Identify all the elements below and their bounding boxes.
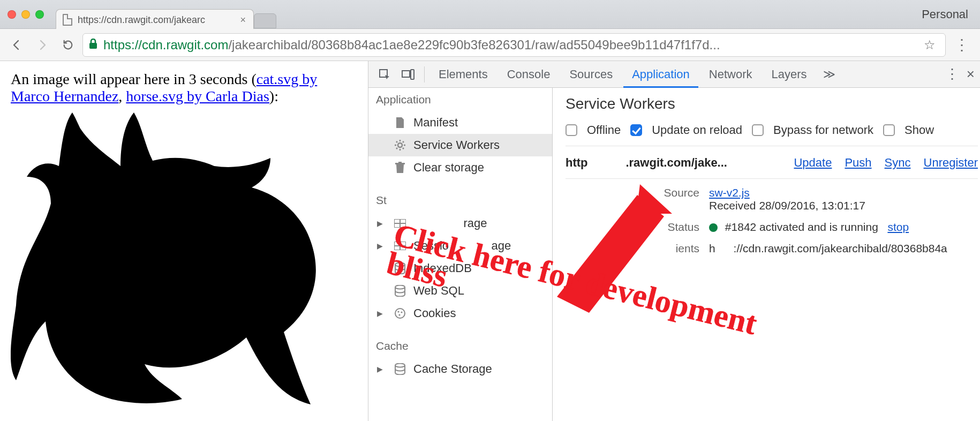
application-sidebar: Application Manifest Service Workers [368,88,553,421]
sidebar-item-manifest[interactable]: Manifest [368,111,552,134]
inspect-element-icon[interactable] [374,64,395,85]
separator [424,66,425,82]
tab-application[interactable]: Application [623,61,698,88]
devtools-panel: Elements Console Sources Application Net… [368,61,980,421]
svg-point-24 [397,311,399,312]
pane-heading: Service Workers [566,95,978,112]
svg-rect-3 [411,70,414,79]
checkbox-offline[interactable] [566,124,577,136]
sidebar-item-clear-storage[interactable]: Clear storage [368,156,552,179]
checkbox-update-on-reload[interactable] [630,124,642,136]
cookie-icon [394,307,406,319]
tab-console[interactable]: Console [499,61,559,88]
svg-line-12 [403,141,404,142]
bookmark-star-icon[interactable]: ☆ [919,37,940,52]
database-icon [394,285,406,297]
page-viewport: An image will appear here in 3 seconds (… [0,61,368,421]
checkbox-offline-label: Offline [587,123,621,137]
tab-network[interactable]: Network [700,61,761,88]
tab-elements[interactable]: Elements [430,61,496,88]
svg-rect-14 [398,162,402,163]
url-path: /jakearchibald/80368b84ac1ae8e229fc90b3f… [228,37,720,52]
sidebar-item-label: Cookies [413,306,456,320]
tab-strip: https://cdn.rawgit.com/jakearc × [56,0,276,28]
expand-icon: ▶ [377,242,383,250]
svg-point-27 [395,364,405,367]
window-close-button[interactable] [7,10,16,19]
sw-action-links: Update Push Sync Unregister [794,156,978,170]
checkbox-update-on-reload-label: Update on reload [652,123,742,137]
link-horse-svg[interactable]: horse.svg by Carla Dias [126,88,269,104]
sidebar-item-label-prefix: Sessio [413,239,449,253]
table-icon [394,217,406,229]
devtools-close-button[interactable]: × [967,66,975,82]
svg-line-11 [396,148,397,149]
svg-point-26 [398,314,400,315]
sidebar-item-label: Cache Storage [413,362,492,376]
browser-tab[interactable]: https://cdn.rawgit.com/jakearc × [56,9,254,29]
label-status: Status [630,221,699,234]
tabs-overflow-button[interactable]: ≫ [820,67,839,81]
checkbox-bypass-label: Bypass for network [773,123,873,137]
page-text-sep: , [118,88,126,104]
clients-b: ://cdn.rawgit.com/jakearchibald/80368b84… [734,242,947,254]
lock-icon [88,37,98,52]
link-update[interactable]: Update [794,156,832,170]
sidebar-group-cache: Cache [368,334,552,358]
link-push[interactable]: Push [845,156,871,170]
link-sw-source[interactable]: sw-v2.js [709,186,750,199]
link-sync[interactable]: Sync [885,156,911,170]
devtools-tabbar: Elements Console Sources Application Net… [368,61,980,88]
sw-origin: https://cdn.rawgit.com/jake... [566,156,727,170]
sw-details-grid: Source sw-v2.js Received 28/09/2016, 13:… [630,186,978,255]
sidebar-group-storage: St [368,189,552,212]
file-icon [63,14,72,26]
status-dot-icon [709,223,718,232]
tab-layers[interactable]: Layers [763,61,815,88]
received-text: Received 28/09/2016, 13:01:17 [709,199,865,212]
trash-icon [394,162,406,174]
sw-options-row: Offline Update on reload Bypass for netw… [566,123,978,146]
address-bar[interactable]: https://cdn.rawgit.com/jakearchibald/803… [82,33,946,57]
expand-icon: ▶ [377,365,383,373]
device-toolbar-icon[interactable] [397,64,419,85]
sidebar-item-indexeddb[interactable]: IndexedDB [368,257,552,280]
devtools-menu-button[interactable]: ⋮ [945,66,959,82]
sidebar-item-websql[interactable]: Web SQL [368,280,552,302]
back-button[interactable] [5,34,28,56]
sidebar-item-label: rage [464,216,487,230]
status-text: #1842 activated and is running [725,221,878,233]
sidebar-item-cookies[interactable]: ▶ Cookies [368,302,552,325]
forward-button[interactable] [31,34,54,56]
svg-point-22 [395,285,405,289]
traffic-lights [7,10,44,19]
svg-point-21 [395,263,405,267]
link-unregister[interactable]: Unregister [924,156,978,170]
window-minimize-button[interactable] [21,10,30,19]
checkbox-bypass-for-network[interactable] [752,124,764,136]
value-source: sw-v2.js Received 28/09/2016, 13:01:17 [709,186,978,212]
new-tab-button[interactable] [254,13,276,28]
checkbox-show-all[interactable] [883,124,895,136]
reload-button[interactable] [57,34,79,56]
gear-icon [394,139,406,151]
expand-icon: ▶ [377,309,383,318]
tab-sources[interactable]: Sources [561,61,621,88]
sidebar-item-label: IndexedDB [413,261,472,275]
profile-label[interactable]: Personal [922,7,968,21]
url-host: ://cdn.rawgit.com [131,37,228,52]
database-icon [394,363,406,375]
tab-close-button[interactable]: × [240,14,246,26]
sidebar-item-session-storage[interactable]: ▶ Session Stoage [368,235,552,257]
sidebar-item-service-workers[interactable]: Service Workers [368,134,552,156]
svg-point-25 [401,311,402,313]
expand-icon: ▶ [377,219,383,228]
horse-image [11,107,332,407]
browser-menu-button[interactable]: ⋮ [949,36,975,54]
window-zoom-button[interactable] [35,10,44,19]
value-clients: https://cdn.rawgit.com/jakearchibald/803… [709,242,978,255]
svg-line-10 [403,148,404,149]
sidebar-item-cache-storage[interactable]: ▶ Cache Storage [368,358,552,380]
sidebar-item-local-storage[interactable]: ▶ Local Strage [368,212,552,235]
link-stop[interactable]: stop [887,221,909,233]
